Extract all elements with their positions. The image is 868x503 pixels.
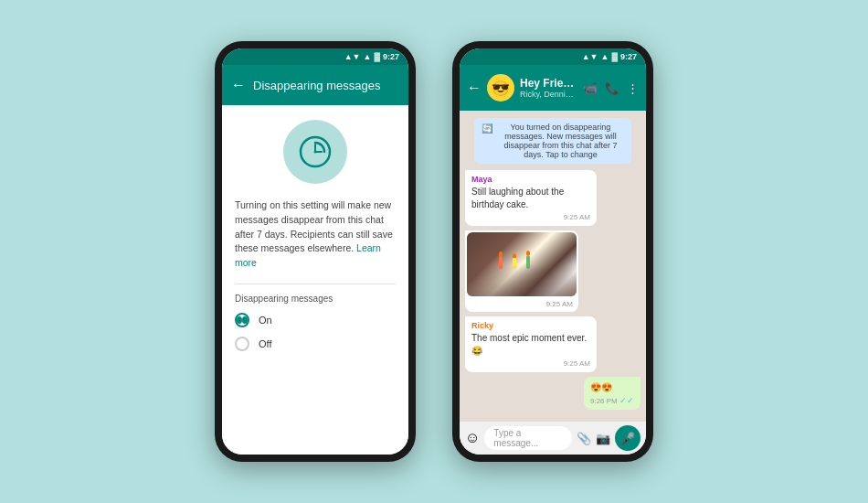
message-text-ricky: The most epic moment ever.😂 bbox=[471, 332, 590, 358]
radio-circle-off bbox=[235, 337, 249, 351]
system-message[interactable]: 🔄 You turned on disappearing messages. N… bbox=[474, 118, 631, 164]
signal-icon-2: ▲▼ bbox=[582, 52, 598, 61]
svg-point-3 bbox=[314, 151, 317, 154]
clock-icon-container bbox=[283, 120, 347, 184]
flame-2 bbox=[513, 253, 516, 258]
attach-icon[interactable]: 📎 bbox=[577, 432, 591, 445]
phone-2: ▲▼ ▲ ▓ 9:27 ← 😎 Hey Friends Ricky, Denni… bbox=[452, 41, 653, 462]
section-label: Disappearing messages bbox=[235, 294, 333, 304]
chat-body: 🔄 You turned on disappearing messages. N… bbox=[460, 111, 646, 422]
cake-image bbox=[467, 232, 577, 296]
radio-label-off: Off bbox=[259, 338, 271, 349]
signal-icon: ▲▼ bbox=[344, 52, 361, 61]
back-button[interactable]: ← bbox=[231, 77, 246, 93]
description-text: Turning on this setting will make new me… bbox=[235, 198, 396, 271]
chat-info[interactable]: Hey Friends Ricky, Dennis, Maya... bbox=[520, 77, 577, 99]
clock-icon bbox=[297, 134, 333, 170]
status-time-1: 9:27 bbox=[383, 52, 399, 61]
message-maya: Maya Still laughing about the birthday c… bbox=[465, 170, 597, 226]
message-time-maya: 9:25 AM bbox=[471, 213, 590, 221]
candle-1 bbox=[499, 256, 503, 269]
camera-icon[interactable]: 📷 bbox=[596, 432, 610, 445]
image-time: 9:25 AM bbox=[467, 298, 577, 310]
radio-label-on: On bbox=[259, 315, 272, 326]
group-members: Ricky, Dennis, Maya... bbox=[520, 90, 577, 99]
message-text-maya: Still laughing about the birthday cake. bbox=[471, 186, 590, 211]
message-ricky: Ricky The most epic moment ever.😂 9:25 A… bbox=[465, 316, 597, 372]
video-call-icon[interactable]: 📹 bbox=[583, 81, 598, 95]
chat-back-button[interactable]: ← bbox=[467, 80, 482, 96]
battery-icon-2: ▓ bbox=[611, 52, 618, 61]
settings-body: Turning on this setting will make new me… bbox=[222, 105, 408, 455]
candle-2 bbox=[513, 258, 516, 269]
group-name: Hey Friends bbox=[520, 77, 577, 90]
sender-name-maya: Maya bbox=[471, 175, 590, 184]
radio-circle-on bbox=[235, 313, 249, 327]
image-message[interactable]: 9:25 AM bbox=[465, 230, 578, 312]
message-text-outgoing: 😍😍 bbox=[590, 381, 634, 394]
system-message-text: You turned on disappearing messages. New… bbox=[497, 123, 624, 159]
status-time-2: 9:27 bbox=[620, 52, 637, 61]
page-title: Disappearing messages bbox=[253, 79, 380, 92]
status-bar-1: ▲▼ ▲ ▓ 9:27 bbox=[222, 48, 408, 65]
divider bbox=[235, 284, 396, 284]
more-options-icon[interactable]: ⋮ bbox=[627, 81, 639, 95]
mic-button[interactable]: 🎤 bbox=[615, 425, 640, 451]
message-time-outgoing: 9:26 PM ✓✓ bbox=[590, 396, 634, 405]
candle-3 bbox=[526, 255, 530, 269]
sender-name-ricky: Ricky bbox=[471, 321, 590, 330]
phone-1: ▲▼ ▲ ▓ 9:27 ← Disappearing messages bbox=[215, 41, 416, 462]
flame-3 bbox=[526, 251, 530, 255]
status-bar-2: ▲▼ ▲ ▓ 9:27 bbox=[460, 48, 646, 65]
emoji-button[interactable]: ☺ bbox=[465, 430, 480, 446]
tick-icon: ✓✓ bbox=[619, 396, 634, 405]
message-input[interactable]: Type a message... bbox=[484, 426, 572, 450]
message-outgoing: 😍😍 9:26 PM ✓✓ bbox=[584, 377, 640, 410]
message-placeholder: Type a message... bbox=[493, 428, 563, 448]
chat-header: ← 😎 Hey Friends Ricky, Dennis, Maya... 📹… bbox=[460, 65, 646, 111]
flame-1 bbox=[499, 252, 503, 256]
wifi-icon-2: ▲ bbox=[601, 52, 609, 61]
phone-call-icon[interactable]: 📞 bbox=[605, 81, 619, 95]
settings-header: ← Disappearing messages bbox=[222, 65, 408, 105]
battery-icon: ▓ bbox=[374, 52, 380, 61]
message-time-ricky: 9:25 AM bbox=[471, 359, 590, 368]
radio-on[interactable]: On bbox=[235, 313, 272, 327]
group-avatar: 😎 bbox=[487, 74, 514, 102]
chat-header-icons: 📹 📞 ⋮ bbox=[583, 81, 639, 95]
mic-icon: 🎤 bbox=[620, 432, 635, 445]
info-icon: 🔄 bbox=[482, 123, 492, 134]
radio-off[interactable]: Off bbox=[235, 337, 271, 351]
wifi-icon: ▲ bbox=[364, 52, 372, 61]
chat-input-bar: ☺ Type a message... 📎 📷 🎤 bbox=[460, 422, 646, 455]
